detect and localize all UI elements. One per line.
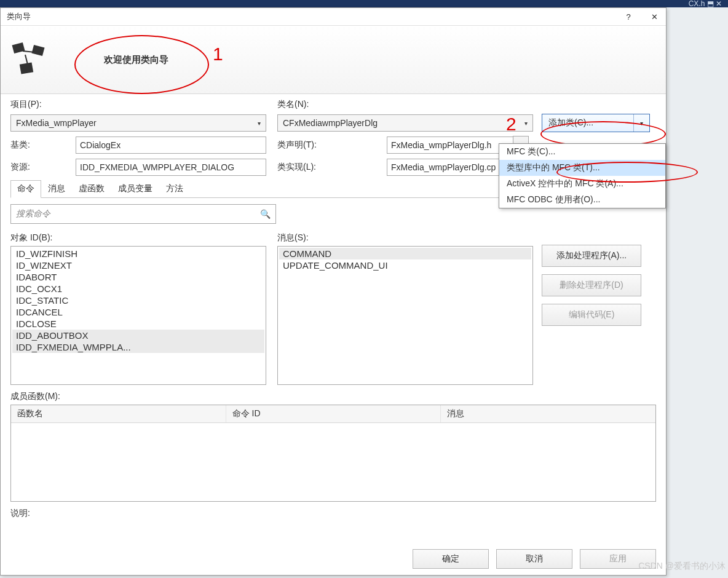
search-icon: 🔍 (260, 209, 271, 219)
menu-item-mfc-class[interactable]: MFC 类(C)... (499, 144, 665, 160)
cancel-button[interactable]: 取消 (496, 549, 572, 569)
annotation-2: 2 (506, 114, 516, 135)
list-item[interactable]: IDCLOSE (12, 318, 264, 330)
list-item[interactable]: IDD_FXMEDIA_WMPPLA... (12, 341, 264, 353)
resource-label: 资源: (10, 162, 76, 173)
edit-code-button[interactable]: 编辑代码(E) (542, 304, 641, 326)
svg-line-4 (25, 55, 28, 65)
svg-rect-1 (31, 45, 44, 56)
wizard-icon (9, 40, 49, 79)
list-item[interactable]: UPDATE_COMMAND_UI (279, 259, 531, 271)
delete-handler-button[interactable]: 删除处理程序(D) (542, 274, 641, 296)
messages-label: 消息(S): (277, 232, 533, 243)
svg-rect-0 (12, 42, 25, 53)
objectid-label: 对象 ID(B): (10, 232, 266, 243)
list-item[interactable]: ID_WIZNEXT (12, 259, 264, 271)
table-header: 函数名 命令 ID 消息 (11, 405, 655, 423)
search-placeholder: 搜索命令 (16, 208, 50, 220)
add-handler-button[interactable]: 添加处理程序(A)... (542, 245, 641, 267)
messages-list[interactable]: COMMAND UPDATE_COMMAND_UI (277, 246, 533, 385)
project-label: 项目(P): (10, 99, 277, 110)
list-item[interactable]: IDD_ABOUTBOX (12, 330, 264, 341)
vs-titlebar: CX.h ⬒ ✕ (0, 0, 728, 7)
impl-label: 类实现(L): (277, 162, 387, 173)
footer: 确定 取消 应用 (413, 549, 656, 569)
classname-label: 类名(N): (277, 99, 309, 110)
tab-members[interactable]: 成员变量 (111, 180, 159, 197)
tab-virtual[interactable]: 虚函数 (72, 180, 111, 197)
col-funcname[interactable]: 函数名 (11, 405, 226, 422)
dialog-title: 类向导 (7, 11, 31, 22)
project-value: FxMedia_wmpPlayer (16, 118, 97, 128)
classname-combo[interactable]: CFxMediawmpPlayerDlg ▾ (277, 114, 533, 132)
search-input[interactable]: 搜索命令 🔍 (10, 204, 276, 224)
tab-methods[interactable]: 方法 (159, 180, 190, 197)
vs-title-text: CX.h ⬒ ✕ (689, 0, 722, 8)
project-combo[interactable]: FxMedia_wmpPlayer ▾ (10, 114, 266, 132)
col-msg[interactable]: 消息 (441, 405, 655, 422)
impl-field[interactable]: FxMedia_wmpPlayerDlg.cp (387, 159, 513, 176)
list-item[interactable]: COMMAND (279, 248, 531, 259)
memberfunc-label: 成员函数(M): (10, 391, 656, 402)
classname-value: CFxMediawmpPlayerDlg (283, 118, 378, 128)
decl-label: 类声明(T): (277, 140, 387, 151)
help-button[interactable]: ? (623, 12, 634, 22)
list-item[interactable]: ID_WIZFINISH (12, 248, 264, 259)
objectid-list[interactable]: ID_WIZFINISH ID_WIZNEXT IDABORT IDC_OCX1… (10, 246, 266, 385)
resource-value: IDD_FXMEDIA_WMPPLAYER_DIALOG (76, 159, 266, 176)
dialog-titlebar: 类向导 ? ✕ (1, 8, 666, 25)
col-cmdid[interactable]: 命令 ID (226, 405, 441, 422)
list-item[interactable]: IDCANCEL (12, 306, 264, 318)
watermark: CSDN @爱看书的小沐 (638, 561, 726, 572)
list-item[interactable]: IDC_OCX1 (12, 283, 264, 295)
svg-rect-2 (20, 62, 33, 74)
decl-field[interactable]: FxMedia_wmpPlayerDlg.h (387, 137, 513, 154)
annotation-ellipse-3 (556, 162, 698, 183)
chevron-down-icon: ▾ (524, 120, 528, 127)
list-item[interactable]: IDC_STATIC (12, 295, 264, 306)
tab-commands[interactable]: 命令 (10, 180, 41, 198)
annotation-1: 1 (213, 44, 223, 65)
tab-messages[interactable]: 消息 (41, 180, 72, 197)
chevron-down-icon: ▾ (258, 120, 261, 127)
menu-item-odbc[interactable]: MFC ODBC 使用者(O)... (499, 192, 665, 208)
ok-button[interactable]: 确定 (413, 549, 489, 569)
baseclass-label: 基类: (10, 140, 76, 151)
baseclass-value: CDialogEx (76, 137, 266, 154)
close-button[interactable]: ✕ (649, 12, 660, 22)
class-wizard-dialog: 类向导 ? ✕ 欢迎使用类向导 1 项目(P): 类名(N): FxMedia (0, 7, 667, 576)
list-item[interactable]: IDABORT (12, 271, 264, 283)
desc-label: 说明: (10, 508, 656, 519)
annotation-ellipse-1 (74, 35, 209, 94)
memberfunc-table[interactable]: 函数名 命令 ID 消息 (10, 405, 656, 502)
